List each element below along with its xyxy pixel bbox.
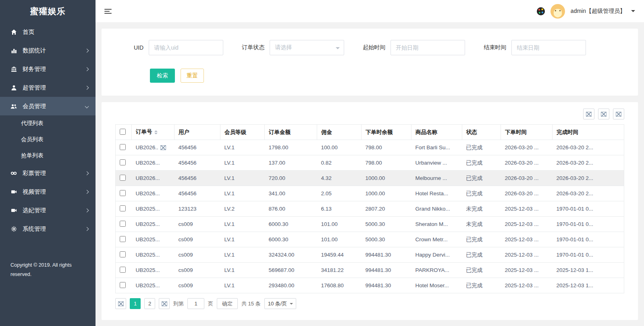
cell-product: Grand Nikko... [411, 201, 462, 217]
sidebar: 蜜獾娱乐 首页 数据统计 财务管理 超管管理 [0, 0, 96, 326]
column-header-product: 商品名称 [411, 125, 462, 140]
chevron-right-icon [85, 190, 89, 194]
row-checkbox[interactable] [120, 282, 126, 288]
sidebar-item-label: 视频管理 [23, 188, 85, 196]
order-status-select[interactable]: 请选择 [270, 40, 344, 55]
row-checkbox[interactable] [120, 159, 126, 165]
row-checkbox[interactable] [120, 205, 126, 211]
sidebar-item-admin[interactable]: 超管管理 [0, 78, 96, 97]
cell-order-no: UB2026... [132, 155, 175, 171]
cell-order-time: 2026-03-20 ... [501, 171, 553, 186]
per-page-value: 10 条/页 [268, 300, 287, 307]
sort-icon[interactable] [154, 129, 158, 136]
sidebar-submenu-members: 代理列表 会员列表 抢单列表 [0, 115, 96, 164]
jump-page-input[interactable] [187, 298, 204, 309]
user-menu-caret-icon[interactable] [631, 10, 635, 14]
prev-page-button[interactable] [115, 298, 126, 309]
menu-toggle-icon[interactable] [104, 8, 112, 15]
pagination: 1 2 到第 页 确定 共 15 条 10 条/页 [115, 298, 624, 309]
chevron-right-icon [85, 208, 89, 212]
row-checkbox[interactable] [120, 221, 126, 227]
sidebar-item-label: 彩票管理 [23, 169, 85, 177]
reset-button[interactable]: 重置 [181, 69, 204, 83]
row-checkbox[interactable] [120, 236, 126, 242]
table-row: UB2025... 123123 LV.2 876.00 6.13 2807.2… [116, 201, 624, 217]
user-avatar[interactable] [551, 4, 565, 19]
toolbar-broken-image-icon-3[interactable] [613, 109, 624, 119]
sidebar-item-system[interactable]: 系统管理 [0, 219, 96, 238]
per-page-select[interactable]: 10 条/页 [264, 298, 297, 309]
table-row: UB2025... cs009 LV.1 6000.30 101.00 5000… [116, 217, 624, 232]
cell-commission: 101.00 [317, 217, 361, 232]
app-logo: 蜜獾娱乐 [0, 0, 96, 23]
row-checkbox[interactable] [120, 190, 126, 196]
row-checkbox-cell [116, 263, 132, 278]
sidebar-subitem-grab-order-list[interactable]: 抢单列表 [0, 148, 96, 164]
table-row: UB2025... cs009 LV.1 569687.00 34181.22 … [116, 263, 624, 278]
uid-input[interactable] [149, 40, 223, 55]
cell-level: LV.1 [220, 171, 265, 186]
sidebar-item-members[interactable]: 会员管理 [0, 97, 96, 115]
chevron-right-icon [85, 86, 89, 90]
sidebar-item-home[interactable]: 首页 [0, 23, 96, 41]
page-button-1[interactable]: 1 [130, 298, 141, 309]
cell-product: PARKROYA... [411, 263, 462, 278]
cell-balance: 798.00 [361, 140, 411, 155]
sidebar-subitem-label: 抢单列表 [21, 152, 88, 159]
cell-balance: 994481.30 [361, 263, 411, 278]
row-checkbox[interactable] [120, 251, 126, 257]
column-header-commission: 佣金 [317, 125, 361, 140]
video-camera-icon [10, 188, 17, 195]
sidebar-item-concubine[interactable]: 选妃管理 [0, 201, 96, 219]
toolbar-broken-image-icon-1[interactable] [583, 109, 594, 119]
cell-commission: 4.32 [317, 171, 361, 186]
current-user-label[interactable]: admin【超级管理员】 [571, 8, 625, 15]
row-checkbox[interactable] [120, 175, 126, 181]
row-checkbox[interactable] [120, 267, 126, 273]
filter-buttons: 检索 重置 [150, 69, 626, 83]
cell-commission: 34181.22 [317, 263, 361, 278]
theme-palette-icon[interactable] [537, 7, 545, 15]
sidebar-subitem-member-list[interactable]: 会员列表 [0, 132, 96, 148]
page-button-2[interactable]: 2 [144, 298, 155, 309]
sidebar-item-stats[interactable]: 数据统计 [0, 41, 96, 60]
cell-order-no: UB2025... [132, 278, 175, 293]
sidebar-subitem-label: 会员列表 [21, 136, 88, 143]
cell-order-no: UB2026... [132, 171, 175, 186]
cell-level: LV.1 [220, 140, 265, 155]
start-date-input[interactable] [391, 40, 465, 55]
cell-order-time: 2026-03-20 ... [501, 186, 553, 201]
chevron-right-icon [85, 67, 89, 71]
order-status-label: 订单状态 [242, 44, 264, 51]
toolbar-broken-image-icon-2[interactable] [598, 109, 609, 119]
end-date-input[interactable] [511, 40, 586, 55]
broken-image-icon [601, 112, 607, 117]
column-header-order-time: 下单时间 [501, 125, 553, 140]
cell-status: 已完成 [462, 278, 501, 293]
sidebar-item-video[interactable]: 视频管理 [0, 182, 96, 201]
cell-order-time: 2025-12-03 ... [501, 201, 553, 217]
cell-finish-time: 1970-01-01 0... [553, 232, 624, 247]
cell-level: LV.1 [220, 247, 265, 263]
sidebar-subitem-agent-list[interactable]: 代理列表 [0, 115, 96, 132]
row-checkbox[interactable] [120, 144, 126, 150]
sidebar-item-finance[interactable]: 财务管理 [0, 60, 96, 78]
next-page-button[interactable] [159, 298, 170, 309]
chart-icon [10, 47, 17, 54]
cell-finish-time: 2026-03-20 2... [553, 155, 624, 171]
column-header-order-no[interactable]: 订单号 [132, 125, 175, 140]
select-all-checkbox[interactable] [120, 129, 126, 135]
cell-level: LV.1 [220, 155, 265, 171]
sidebar-item-label: 会员管理 [23, 102, 85, 110]
sidebar-item-lottery[interactable]: 彩票管理 [0, 164, 96, 182]
users-icon [10, 103, 17, 109]
cell-order-no: UB2025... [132, 232, 175, 247]
cell-status: 已完成 [462, 155, 501, 171]
lottery-icon [10, 170, 17, 176]
orders-table: 订单号 用户 会员等级 订单金额 佣金 下单时余额 商品名称 状态 下单时间 完… [115, 124, 624, 293]
sidebar-item-label: 数据统计 [23, 47, 85, 54]
jump-confirm-button[interactable]: 确定 [217, 298, 238, 309]
table-row: UB2026... 456456 LV.1 720.00 4.32 1000.0… [116, 171, 624, 186]
search-button[interactable]: 检索 [150, 69, 175, 83]
cell-product: Fort Barli Su... [411, 140, 462, 155]
